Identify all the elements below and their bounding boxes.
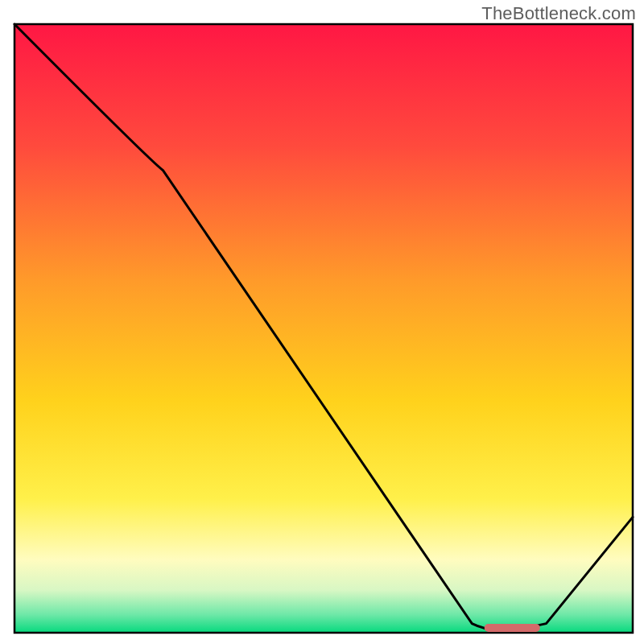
bottleneck-chart: [0, 0, 644, 644]
watermark-text: TheBottleneck.com: [481, 3, 636, 24]
optimal-range-marker: [485, 624, 540, 632]
chart-container: TheBottleneck.com: [0, 0, 644, 644]
